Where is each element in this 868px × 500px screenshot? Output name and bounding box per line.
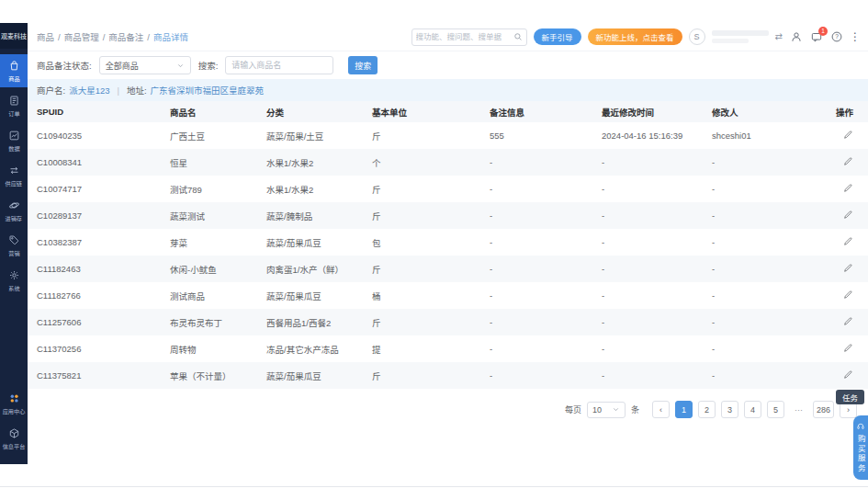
sidebar-item-label: 数据 <box>8 143 19 153</box>
cell-note: - <box>480 149 592 176</box>
cell-modifier: - <box>703 256 822 282</box>
cell-modified: - <box>592 282 703 309</box>
sidebar-item-inventory[interactable]: 进销存 <box>0 194 28 227</box>
breadcrumb-item-goods[interactable]: 商品 <box>37 30 54 43</box>
switch-account-icon[interactable]: ⇄ <box>775 32 783 41</box>
message-icon[interactable]: 1 <box>809 30 823 44</box>
cell-modifier: - <box>703 202 822 229</box>
breadcrumb-item-goods-note[interactable]: 商品备注 <box>108 30 143 43</box>
more-menu-icon[interactable]: ⋮ <box>850 30 861 43</box>
cell-action <box>822 309 868 335</box>
cell-category: 西餐用品1/西餐2 <box>257 309 363 335</box>
cell-note: - <box>480 335 592 362</box>
cell-name: 布灵布灵布丁 <box>161 309 257 335</box>
service-button[interactable]: 购买服务 <box>853 415 868 480</box>
sidebar-item-supply-chain[interactable]: 供应链 <box>0 159 28 192</box>
prev-page-button[interactable]: ‹ <box>652 401 670 418</box>
merchant-address-label: 地址: <box>127 84 147 97</box>
merchant-bar: 商户名: 派大星123 | 地址: 广东省深圳市福田区皇庭翠苑 <box>28 79 868 101</box>
data-chart-icon <box>8 130 20 142</box>
breadcrumb-separator: / <box>58 32 61 42</box>
col-unit: 基本单位 <box>363 101 480 122</box>
sidebar-item-system[interactable]: 系统 <box>0 264 28 297</box>
cell-category: 肉禽蛋1/水产（鲜） <box>257 256 363 282</box>
marketing-tag-icon <box>8 234 20 246</box>
per-page-select[interactable]: 10 <box>587 402 626 418</box>
page-list: 12345 <box>675 401 784 418</box>
cell-category: 冻品/其它水产冻品 <box>257 335 363 362</box>
promo-button[interactable]: 新功能上线，点击查看 <box>588 28 682 45</box>
cell-unit: 斤 <box>363 122 480 149</box>
breadcrumb-separator: / <box>103 32 106 42</box>
page-button-5[interactable]: 5 <box>767 401 784 418</box>
cell-category: 蔬菜/茄果/土豆 <box>257 122 363 149</box>
edit-icon[interactable] <box>843 236 853 246</box>
product-search-input[interactable] <box>225 56 333 74</box>
edit-icon[interactable] <box>843 183 853 193</box>
sidebar-item-orders[interactable]: 订单 <box>0 89 28 122</box>
sidebar-item-info-platform[interactable]: 信息平台 <box>0 422 28 455</box>
table-row: C10289137蔬菜测试蔬菜/腌制品斤--- <box>28 202 868 229</box>
sidebar-item-label: 供应链 <box>6 178 23 188</box>
edit-icon[interactable] <box>843 130 853 140</box>
cell-modified: - <box>592 362 703 389</box>
cell-name: 芽菜 <box>161 229 257 256</box>
edit-icon[interactable] <box>843 369 853 380</box>
supply-chain-icon <box>8 165 20 176</box>
edit-icon[interactable] <box>843 343 853 353</box>
table-row: C10074717测试789水果1/水果2斤--- <box>28 176 868 202</box>
service-button-label: 购买服务 <box>857 435 865 473</box>
edit-icon[interactable] <box>843 316 853 326</box>
support-icon[interactable] <box>789 30 803 44</box>
sidebar-item-marketing[interactable]: 营销 <box>0 229 28 262</box>
pagination-ellipsis: ··· <box>790 401 807 418</box>
cell-unit: 桶 <box>363 282 480 309</box>
merchant-name-label: 商户名: <box>37 84 65 97</box>
sidebar-item-app-center[interactable]: 应用中心 <box>0 387 28 420</box>
edit-icon[interactable] <box>843 210 853 220</box>
cell-spuid: C10382387 <box>28 229 161 256</box>
edit-icon[interactable] <box>843 290 853 300</box>
edit-icon[interactable] <box>843 156 853 166</box>
pager: ‹ 12345 ··· 286 › <box>652 401 857 418</box>
breadcrumb-item-goods-manage[interactable]: 商品管理 <box>64 30 99 43</box>
sidebar-item-data[interactable]: 数据 <box>0 124 28 157</box>
search-button[interactable]: 搜索 <box>348 56 378 74</box>
page: 观麦科技 商品 订单 数据 供应链 进销存 <box>0 0 868 500</box>
page-button-4[interactable]: 4 <box>744 401 761 418</box>
redacted-text-line <box>712 30 769 36</box>
cell-note: - <box>480 309 592 335</box>
cell-action <box>822 176 868 202</box>
cell-modified: 2024-04-16 15:16:39 <box>592 122 703 149</box>
guide-button[interactable]: 新手引导 <box>534 28 581 45</box>
page-button-last[interactable]: 286 <box>813 401 834 418</box>
cell-unit: 提 <box>363 335 480 362</box>
per-page-label: 每页 <box>565 403 581 415</box>
avatar[interactable]: S <box>689 28 705 45</box>
cell-modifier: shceshi01 <box>703 122 822 149</box>
merchant-name-link[interactable]: 派大星123 <box>69 84 109 97</box>
status-select[interactable]: 全部商品 <box>99 56 191 74</box>
task-tab[interactable]: 任务 <box>836 390 864 404</box>
cell-action <box>822 335 868 362</box>
breadcrumb-separator: / <box>147 32 150 42</box>
cell-note: 555 <box>480 122 592 149</box>
edit-icon[interactable] <box>843 263 853 273</box>
cell-spuid: C10289137 <box>28 202 161 229</box>
cell-name: 测试商品 <box>161 282 257 309</box>
cell-modified: - <box>592 176 703 202</box>
help-icon[interactable]: ? <box>829 30 843 44</box>
per-page-unit-label: 条 <box>631 403 639 415</box>
sidebar-item-goods[interactable]: 商品 <box>0 54 28 87</box>
merchant-divider: | <box>118 85 119 96</box>
page-button-3[interactable]: 3 <box>721 401 738 418</box>
page-button-1[interactable]: 1 <box>675 401 693 418</box>
goods-note-table: SPUID 商品名 分类 基本单位 备注信息 最近修改时间 修改人 操作 C10… <box>28 101 868 389</box>
headset-icon <box>856 422 865 431</box>
inventory-icon <box>8 199 20 211</box>
merchant-address-link[interactable]: 广东省深圳市福田区皇庭翠苑 <box>151 84 265 97</box>
redacted-text-line <box>712 39 749 43</box>
cell-category: 水果1/水果2 <box>257 149 363 176</box>
page-button-2[interactable]: 2 <box>698 401 716 418</box>
global-search-input[interactable] <box>412 32 513 41</box>
